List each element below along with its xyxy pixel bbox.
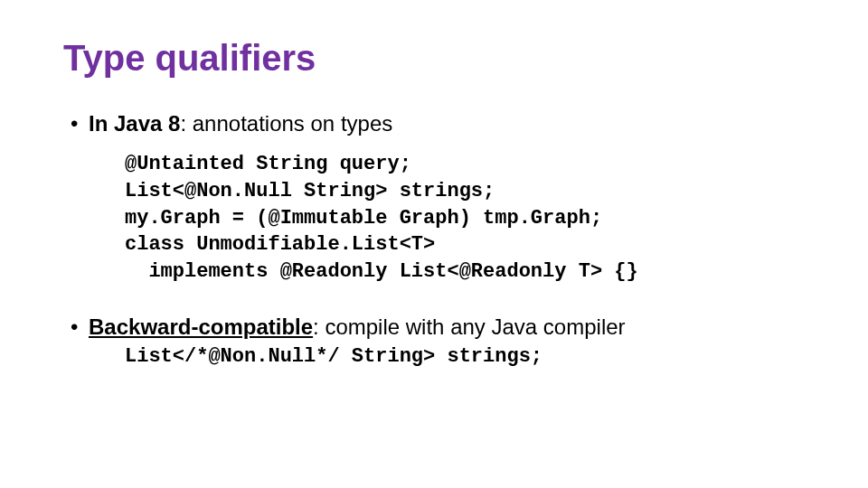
slide-title: Type qualifiers xyxy=(63,38,805,79)
bullet-backward: Backward-compatible: compile with any Ja… xyxy=(71,313,805,371)
code-line-5: implements @Readonly List<@Readonly T> {… xyxy=(125,260,638,283)
code-line-1: @Untainted String query; xyxy=(125,153,411,175)
bullet-backward-rest: : compile with any Java compiler xyxy=(313,314,625,339)
bullet-backward-lead: Backward-compatible xyxy=(89,314,313,339)
code-backward: List</*@Non.Null*/ String> strings; xyxy=(125,343,805,371)
code-line-3: my.Graph = (@Immutable Graph) tmp.Graph; xyxy=(125,207,602,230)
code-line-2: List<@Non.Null String> strings; xyxy=(125,180,495,202)
bullet-java8: In Java 8: annotations on types @Untaint… xyxy=(71,109,805,286)
bullet-java8-rest: : annotations on types xyxy=(180,111,392,136)
code-line-4: class Unmodifiable.List<T> xyxy=(125,233,435,256)
bullet-list: In Java 8: annotations on types @Untaint… xyxy=(63,109,805,371)
code-block-annotations: @Untainted String query; List<@Non.Null … xyxy=(125,151,805,285)
bullet-java8-lead: In Java 8 xyxy=(89,111,180,136)
slide: Type qualifiers In Java 8: annotations o… xyxy=(0,0,868,416)
